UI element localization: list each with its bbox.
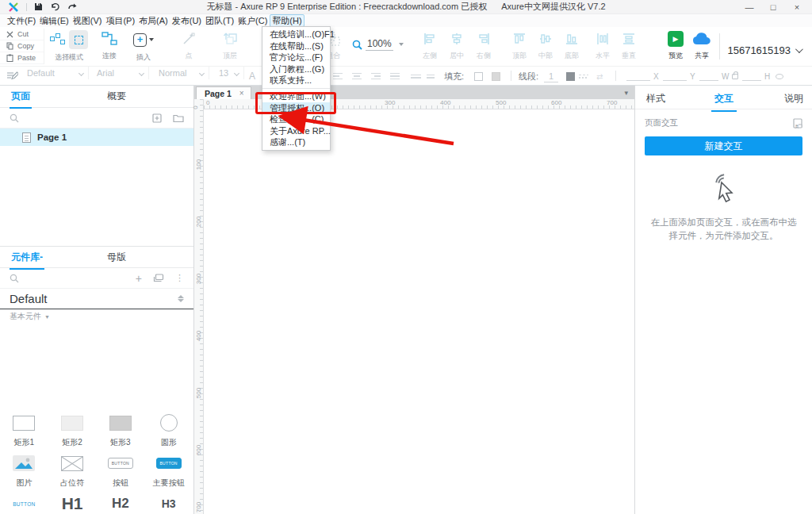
heading3-icon: H3: [162, 497, 176, 510]
add-folder-icon[interactable]: [173, 113, 184, 122]
font-weight-select[interactable]: Normal: [154, 67, 209, 79]
widget-heading1[interactable]: H1一级标题: [48, 490, 97, 514]
help-dropdown-menu: 在线培训...(O)F1 在线帮助...(S) 官方论坛...(F) 入门教程.…: [262, 26, 331, 151]
menu-item-online-help[interactable]: 在线帮助...(S): [262, 40, 330, 52]
zoom-control[interactable]: 100%: [352, 38, 404, 51]
menu-publish[interactable]: 发布(U): [170, 15, 203, 26]
tab-outline[interactable]: 概要: [107, 90, 126, 103]
cut-button[interactable]: Cut: [0, 29, 44, 40]
tab-overflow-icon[interactable]: ▾: [624, 89, 628, 97]
menu-project[interactable]: 项目(P): [104, 15, 136, 26]
widget-heading2[interactable]: H2二级标题: [97, 490, 145, 514]
library-section-header[interactable]: 基本元件 ▼: [0, 309, 193, 324]
point-tool: 点: [176, 29, 201, 61]
menu-file[interactable]: 文件(F): [6, 15, 37, 26]
style-editor-icon[interactable]: [6, 67, 18, 86]
tab-style[interactable]: 样式: [646, 92, 665, 105]
page-tree-item-page1[interactable]: Page 1: [0, 128, 193, 146]
fill-gradient-swatch[interactable]: [485, 67, 500, 86]
align-left-tool: 左侧: [418, 29, 442, 61]
redo-icon[interactable]: [67, 2, 79, 11]
text-justify-icon: [390, 67, 408, 86]
text-align-center-icon: [352, 67, 370, 86]
widget-placeholder[interactable]: 占位符: [48, 450, 97, 490]
menu-item-official-forum[interactable]: 官方论坛...(F): [262, 52, 330, 63]
align-bottom-tool: 底部: [560, 29, 584, 61]
widget-heading3[interactable]: H3三级标题: [144, 490, 193, 514]
divider: [26, 3, 27, 11]
add-page-icon[interactable]: [152, 113, 162, 123]
x-position-field[interactable]: X: [626, 67, 662, 86]
single-select-icon[interactable]: [69, 30, 88, 49]
search-icon[interactable]: [10, 113, 19, 123]
tab-pages[interactable]: 页面: [11, 90, 30, 103]
zoom-value[interactable]: 100%: [366, 38, 393, 51]
menu-view[interactable]: 视图(V): [71, 15, 104, 26]
interaction-doc-icon[interactable]: 页: [793, 118, 802, 128]
menu-item-thanks[interactable]: 感谢...(T): [262, 136, 330, 148]
line-color-swatch[interactable]: [560, 67, 575, 86]
widget-rectangle1[interactable]: 矩形1: [0, 409, 48, 450]
minimize-button[interactable]: —: [737, 0, 761, 14]
fill-color-swatch[interactable]: [468, 67, 483, 86]
menu-item-check-updates[interactable]: 检查更新...(C): [262, 113, 330, 125]
tab-library[interactable]: 元件库-: [11, 251, 43, 264]
click-cursor-icon: [706, 170, 742, 205]
maximize-button[interactable]: □: [761, 0, 785, 14]
share-button[interactable]: 共享: [688, 29, 715, 61]
share-label: 共享: [688, 51, 715, 61]
font-color-button[interactable]: A: [249, 67, 255, 86]
chevron-down-icon: [234, 70, 239, 75]
canvas-area[interactable]: Page 1 × ▾ ⊕ 0 300 400 500 600 700 0 100…: [194, 86, 634, 514]
menu-help[interactable]: 帮助(H): [270, 14, 304, 27]
lock-ratio-icon[interactable]: [730, 67, 741, 86]
account-menu[interactable]: 15671615193: [727, 44, 801, 56]
menu-arrange[interactable]: 布局(A): [137, 15, 170, 26]
new-interaction-button[interactable]: 新建交互: [645, 136, 802, 155]
tab-interaction[interactable]: 交互: [714, 92, 733, 105]
library-select[interactable]: Default: [0, 289, 193, 309]
close-button[interactable]: ×: [785, 0, 809, 14]
widget-rectangle3[interactable]: 矩形3: [97, 409, 145, 450]
menu-edit[interactable]: 编辑(E): [38, 15, 71, 26]
paste-button[interactable]: Paste: [0, 52, 44, 64]
undo-icon[interactable]: [50, 2, 60, 11]
widget-button[interactable]: BUTTON按钮: [97, 450, 145, 490]
menu-item-getting-started[interactable]: 入门教程...(G): [262, 63, 330, 75]
widget-ellipse[interactable]: 圆形: [144, 409, 193, 450]
distribute-vertical-tool: 垂直: [617, 29, 641, 61]
style-preset-select[interactable]: Default: [22, 67, 89, 79]
tab-masters[interactable]: 母版: [107, 251, 126, 264]
widget-image[interactable]: 图片: [0, 450, 48, 490]
menu-team[interactable]: 团队(T): [204, 15, 236, 26]
height-field[interactable]: H: [742, 67, 773, 86]
align-right-icon: [477, 29, 490, 48]
tab-close-icon[interactable]: ×: [239, 89, 244, 98]
widget-rectangle2[interactable]: 矩形2: [48, 409, 97, 450]
menu-item-about-axure[interactable]: 关于Axure RP...: [262, 125, 330, 137]
search-icon[interactable]: [10, 274, 19, 283]
kebab-menu-icon[interactable]: ⋮: [175, 273, 184, 283]
width-field[interactable]: W: [699, 67, 732, 86]
font-size-select[interactable]: 13: [214, 67, 244, 79]
widget-primary-button[interactable]: BUTTON主要按钮: [144, 450, 193, 490]
copy-button[interactable]: Copy: [0, 40, 44, 52]
line-weight-field[interactable]: 1: [544, 70, 558, 82]
add-library-icon[interactable]: +: [136, 274, 142, 282]
menu-item-online-training[interactable]: 在线培训...(O)F1: [262, 29, 330, 40]
marquee-select-icon[interactable]: [50, 30, 66, 49]
y-position-field[interactable]: Y: [663, 67, 699, 86]
visibility-eye-icon[interactable]: [772, 67, 783, 86]
font-family-select[interactable]: Arial: [92, 67, 149, 79]
menu-item-contact-support[interactable]: 联系支持...: [262, 75, 330, 86]
save-icon[interactable]: [34, 2, 43, 11]
tab-notes[interactable]: 说明: [784, 92, 803, 105]
library-stack-icon[interactable]: [153, 274, 164, 282]
insert-tool[interactable]: + 插入: [125, 29, 162, 63]
preview-button[interactable]: ▶ 预览: [663, 29, 688, 61]
menu-account[interactable]: 账户(C): [236, 15, 269, 26]
connect-tool[interactable]: 连接: [95, 29, 124, 61]
canvas-tab-page1[interactable]: Page 1 ×: [196, 86, 251, 99]
align-center-tool: 居中: [445, 29, 469, 61]
widget-link-button[interactable]: BUTTON链接按钮: [0, 490, 48, 514]
